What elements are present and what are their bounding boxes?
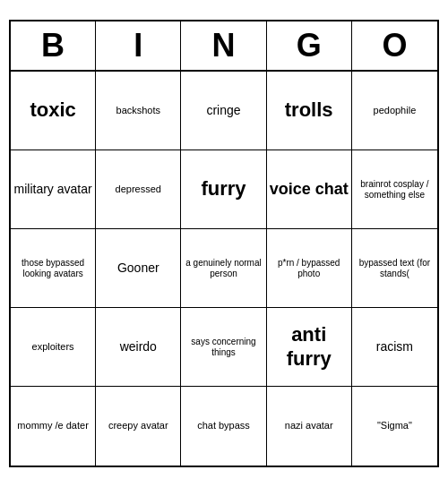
- bingo-letter: G: [267, 21, 352, 70]
- bingo-cell: toxic: [11, 72, 96, 150]
- cell-text: weirdo: [120, 339, 157, 355]
- cell-text: mommy /e dater: [17, 420, 88, 431]
- cell-text: racism: [376, 339, 413, 355]
- cell-text: Gooner: [117, 261, 159, 276]
- bingo-card: BINGO toxicbackshotscringetrollspedophil…: [9, 20, 439, 467]
- bingo-cell: weirdo: [96, 308, 181, 387]
- bingo-cell: military avatar: [11, 150, 96, 229]
- bingo-cell: voice chat: [267, 150, 352, 229]
- bingo-cell: exploiters: [11, 308, 96, 387]
- bingo-letter: I: [96, 21, 181, 70]
- cell-text: brainrot cosplay / something else: [355, 179, 435, 201]
- bingo-cell: creepy avatar: [96, 387, 181, 466]
- cell-text: military avatar: [14, 182, 92, 197]
- bingo-cell: Gooner: [96, 229, 181, 308]
- bingo-cell: nazi avatar: [267, 387, 352, 466]
- cell-text: trolls: [285, 98, 333, 122]
- bingo-cell: anti furry: [267, 308, 352, 387]
- cell-text: pedophile: [374, 105, 417, 116]
- bingo-cell: those bypassed looking avatars: [11, 229, 96, 308]
- bingo-header: BINGO: [11, 21, 437, 72]
- bingo-letter: N: [181, 21, 266, 70]
- bingo-cell: pedophile: [352, 72, 437, 150]
- cell-text: anti furry: [270, 323, 349, 371]
- cell-text: those bypassed looking avatars: [13, 258, 92, 279]
- cell-text: says concerning things: [184, 337, 263, 358]
- bingo-cell: trolls: [267, 72, 352, 150]
- bingo-letter: O: [352, 21, 437, 70]
- bingo-cell: brainrot cosplay / something else: [352, 150, 437, 229]
- cell-text: toxic: [30, 98, 75, 122]
- cell-text: backshots: [116, 105, 161, 116]
- bingo-cell: racism: [352, 308, 437, 387]
- cell-text: cringe: [206, 103, 240, 118]
- bingo-cell: backshots: [96, 72, 181, 150]
- cell-text: p*rn / bypassed photo: [270, 258, 349, 279]
- bingo-cell: mommy /e dater: [11, 387, 96, 466]
- bingo-grid: toxicbackshotscringetrollspedophilemilit…: [11, 72, 437, 466]
- bingo-cell: depressed: [96, 150, 181, 229]
- cell-text: voice chat: [270, 180, 349, 200]
- cell-text: furry: [201, 177, 246, 201]
- cell-text: creepy avatar: [108, 420, 168, 431]
- bingo-cell: a genuinely normal person: [181, 229, 266, 308]
- cell-text: "Sigma": [377, 420, 412, 431]
- cell-text: nazi avatar: [285, 420, 333, 431]
- bingo-cell: p*rn / bypassed photo: [267, 229, 352, 308]
- bingo-cell: bypassed text (for stands(: [352, 229, 437, 308]
- cell-text: depressed: [116, 184, 161, 195]
- bingo-cell: says concerning things: [181, 308, 266, 387]
- cell-text: exploiters: [32, 341, 74, 353]
- bingo-letter: B: [11, 21, 96, 70]
- bingo-cell: "Sigma": [352, 387, 437, 466]
- cell-text: bypassed text (for stands(: [355, 258, 435, 279]
- bingo-cell: chat bypass: [181, 387, 266, 466]
- bingo-cell: cringe: [181, 72, 266, 150]
- cell-text: a genuinely normal person: [184, 258, 263, 279]
- cell-text: chat bypass: [197, 420, 250, 431]
- bingo-cell: furry: [181, 150, 266, 229]
